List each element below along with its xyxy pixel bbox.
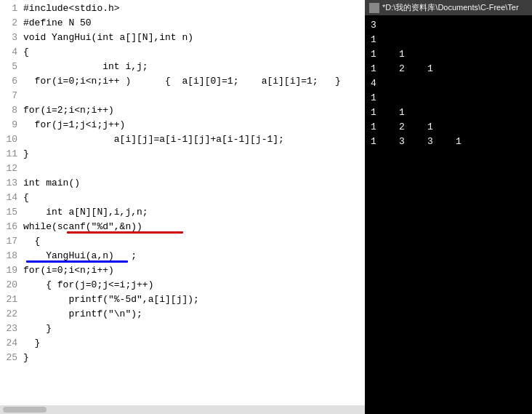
line-number: 7	[3, 90, 17, 101]
code-line: 5 int i,j;	[0, 61, 365, 76]
horizontal-scrollbar[interactable]	[0, 405, 365, 414]
code-line: 3void YangHui(int a[][N],int n)	[0, 32, 365, 47]
code-line: 1#include<stdio.h>	[0, 3, 365, 17]
terminal-content: 311 11 2 1411 11 2 11 3 3 1	[365, 15, 532, 414]
line-text: while(scanf("%d",&n))	[23, 221, 142, 232]
line-number: 1	[3, 3, 17, 14]
terminal-panel: *D:\我的资料库\Documents\C-Free\Ter 311 11 2 …	[365, 0, 532, 414]
terminal-title: *D:\我的资料库\Documents\C-Free\Ter	[382, 2, 519, 13]
line-number: 22	[3, 308, 17, 319]
line-text: }	[23, 338, 40, 349]
terminal-line: 1	[371, 91, 526, 106]
line-text: }	[23, 323, 52, 334]
code-line: 15 int a[N][N],i,j,n;	[0, 207, 365, 221]
line-text: #define N 50	[23, 17, 92, 28]
line-number: 8	[3, 105, 17, 116]
line-text: {	[23, 47, 29, 57]
terminal-line: 1 1	[371, 106, 526, 120]
line-number: 4	[3, 47, 17, 57]
code-line: 8for(i=2;i<n;i++)	[0, 105, 365, 119]
line-number: 14	[3, 192, 17, 203]
code-line: 21 printf("%-5d",a[i][j]);	[0, 294, 365, 308]
terminal-line: 1 2 1	[371, 62, 526, 76]
line-number: 16	[3, 221, 17, 232]
line-text: for(i=2;i<n;i++)	[23, 105, 114, 116]
line-number: 12	[3, 163, 17, 174]
line-text: int main()	[23, 178, 80, 188]
terminal-line: 1	[371, 33, 526, 47]
code-line: 2#define N 50	[0, 17, 365, 32]
code-line: 4{	[0, 47, 365, 61]
code-line: 12	[0, 163, 365, 178]
line-text: int i,j;	[23, 61, 148, 72]
line-number: 17	[3, 236, 17, 247]
line-text: int a[N][N],i,j,n;	[23, 207, 148, 218]
code-line: 7	[0, 90, 365, 105]
line-text: }	[23, 352, 29, 363]
terminal-line: 3	[371, 18, 526, 33]
code-line: 6 for(i=0;i<n;i++ ) { a[i][0]=1; a[i][i]…	[0, 76, 365, 90]
code-line: 19for(i=0;i<n;i++)	[0, 265, 365, 279]
line-number: 15	[3, 207, 17, 218]
code-line: 13int main()	[0, 178, 365, 192]
line-number: 10	[3, 134, 17, 145]
code-line: 16while(scanf("%d",&n))	[0, 221, 365, 236]
terminal-titlebar: *D:\我的资料库\Documents\C-Free\Ter	[365, 0, 532, 15]
terminal-icon	[369, 3, 379, 13]
line-number: 20	[3, 279, 17, 290]
line-number: 2	[3, 17, 17, 28]
code-line: 25}	[0, 352, 365, 367]
code-editor[interactable]: 1#include<stdio.h>2#define N 503void Yan…	[0, 0, 365, 414]
code-line: 9 for(j=1;j<i;j++)	[0, 119, 365, 134]
terminal-line: 1 3 3 1	[371, 135, 526, 149]
code-line: 11}	[0, 148, 365, 163]
line-text: {	[23, 236, 40, 247]
line-number: 23	[3, 323, 17, 334]
line-number: 5	[3, 61, 17, 72]
line-number: 18	[3, 250, 17, 261]
code-line: 14{	[0, 192, 365, 207]
terminal-line: 1 2 1	[371, 120, 526, 135]
code-line: 10 a[i][j]=a[i-1][j]+a[i-1][j-1];	[0, 134, 365, 148]
line-text: a[i][j]=a[i-1][j]+a[i-1][j-1];	[23, 134, 284, 145]
code-line: 18 YangHui(a,n) ;	[0, 250, 365, 265]
line-number: 6	[3, 76, 17, 87]
line-number: 3	[3, 32, 17, 43]
terminal-line: 4	[371, 76, 526, 91]
line-text: printf("%-5d",a[i][j]);	[23, 294, 199, 305]
code-line: 17 {	[0, 236, 365, 250]
scrollbar-thumb[interactable]	[3, 407, 47, 413]
line-number: 24	[3, 338, 17, 349]
line-text: {	[23, 192, 29, 203]
line-text: { for(j=0;j<=i;j++)	[23, 279, 153, 290]
red-underline	[67, 231, 183, 234]
blue-underline	[26, 260, 128, 263]
line-text: void YangHui(int a[][N],int n)	[23, 32, 193, 43]
terminal-line: 1 1	[371, 47, 526, 62]
line-number: 25	[3, 352, 17, 363]
line-text: for(i=0;i<n;i++ ) { a[i][0]=1; a[i][i]=1…	[23, 76, 341, 87]
line-number: 19	[3, 265, 17, 276]
line-text: #include<stdio.h>	[23, 3, 120, 14]
line-number: 9	[3, 119, 17, 130]
code-line: 22 printf("\n");	[0, 308, 365, 323]
code-line: 24 }	[0, 338, 365, 352]
line-text: YangHui(a,n) ;	[23, 250, 137, 261]
line-text: printf("\n");	[23, 308, 142, 319]
line-text: for(j=1;j<i;j++)	[23, 119, 125, 130]
code-line: 20 { for(j=0;j<=i;j++)	[0, 279, 365, 294]
line-text: for(i=0;i<n;i++)	[23, 265, 114, 276]
line-text: }	[23, 148, 29, 159]
code-line: 23 }	[0, 323, 365, 338]
line-number: 21	[3, 294, 17, 305]
line-number: 11	[3, 148, 17, 159]
line-number: 13	[3, 178, 17, 188]
